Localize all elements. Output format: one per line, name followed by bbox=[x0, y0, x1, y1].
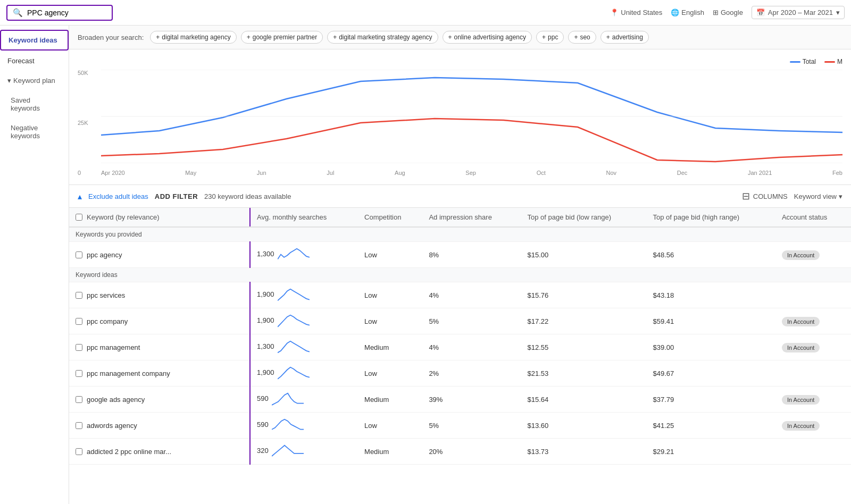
table-header-row: Keyword (by relevance) Avg. monthly sear… bbox=[69, 208, 851, 227]
broaden-chip-4[interactable]: +ppc bbox=[536, 31, 564, 44]
account-status-cell bbox=[775, 439, 851, 465]
x-label-may: May bbox=[185, 170, 196, 176]
bid-low-cell: $13.60 bbox=[521, 413, 647, 439]
competition-value: Medium bbox=[364, 343, 389, 351]
th-bid-low: Top of page bid (low range) bbox=[521, 208, 647, 227]
network-icon: ⊞ bbox=[713, 9, 719, 16]
row-checkbox[interactable] bbox=[76, 396, 82, 403]
x-label-nov: Nov bbox=[606, 170, 616, 176]
bid-high-cell: $41.25 bbox=[646, 413, 775, 439]
keyword-text: addicted 2 ppc online mar... bbox=[87, 448, 171, 456]
chart-x-labels: Apr 2020 May Jun Jul Aug Sep Oct Nov Dec… bbox=[101, 170, 842, 176]
th-keyword-label: Keyword (by relevance) bbox=[87, 213, 160, 221]
sidebar-item-saved-keywords[interactable]: Saved keywords bbox=[0, 91, 69, 117]
bid-high-value: $59.41 bbox=[653, 317, 674, 325]
sidebar-item-keyword-plan-label: Keyword plan bbox=[13, 77, 55, 85]
date-range-selector[interactable]: 📅 Apr 2020 – Mar 2021 ▾ bbox=[752, 6, 845, 19]
keyword-view-button[interactable]: Keyword view ▾ bbox=[794, 192, 842, 200]
search-box[interactable]: 🔍 bbox=[6, 5, 113, 21]
sidebar-item-forecast[interactable]: Forecast bbox=[0, 52, 69, 70]
avg-searches-cell: 1,300 bbox=[250, 242, 358, 268]
plus-icon: + bbox=[542, 33, 546, 41]
ad-impression-cell: 5% bbox=[422, 308, 521, 334]
sparkline bbox=[278, 314, 310, 329]
y-label-0: 0 bbox=[78, 170, 99, 176]
search-input[interactable] bbox=[27, 9, 107, 17]
row-checkbox[interactable] bbox=[76, 344, 82, 351]
language-selector[interactable]: 🌐 English bbox=[671, 9, 704, 16]
keyword-text: ppc management company bbox=[87, 369, 170, 377]
row-checkbox[interactable] bbox=[76, 370, 82, 377]
keyword-text: ppc services bbox=[87, 291, 125, 299]
sparkline bbox=[278, 288, 310, 303]
bid-high-value: $43.18 bbox=[653, 291, 674, 299]
table-row: google ads agency 590Medium39%$15.64$37.… bbox=[69, 387, 851, 413]
broaden-chip-1[interactable]: +google premier partner bbox=[241, 31, 323, 44]
sparkline bbox=[278, 247, 310, 262]
sidebar-item-keyword-plan[interactable]: ▾ Keyword plan bbox=[0, 71, 69, 90]
columns-button[interactable]: ⊟ COLUMNS bbox=[742, 190, 788, 202]
keyword-count: 230 keyword ideas available bbox=[204, 192, 291, 200]
row-checkbox[interactable] bbox=[76, 251, 82, 258]
ad-impression-value: 4% bbox=[429, 343, 439, 351]
competition-value: Low bbox=[364, 251, 377, 259]
exclude-adult-ideas-link[interactable]: Exclude adult ideas bbox=[88, 192, 148, 200]
bid-low-value: $17.22 bbox=[528, 317, 549, 325]
x-label-jun: Jun bbox=[257, 170, 266, 176]
keyword-cell-0: ppc agency bbox=[69, 242, 250, 268]
broaden-chip-5[interactable]: +seo bbox=[568, 31, 596, 44]
broaden-chip-2[interactable]: +digital marketing strategy agency bbox=[327, 31, 438, 44]
broaden-chip-3[interactable]: +online advertising agency bbox=[443, 31, 532, 44]
row-checkbox[interactable] bbox=[76, 422, 82, 429]
sidebar-item-keyword-ideas[interactable]: Keyword ideas bbox=[0, 30, 69, 51]
competition-cell: Low bbox=[358, 360, 422, 387]
network-selector[interactable]: ⊞ Google bbox=[713, 9, 743, 16]
keyword-cell-2: ppc management bbox=[69, 334, 250, 360]
chart-area bbox=[101, 70, 842, 163]
competition-value: Low bbox=[364, 369, 377, 377]
competition-cell: Low bbox=[358, 413, 422, 439]
competition-cell: Medium bbox=[358, 334, 422, 360]
legend-total-dot bbox=[790, 61, 800, 63]
broaden-chip-6[interactable]: +advertising bbox=[600, 31, 649, 44]
ad-impression-cell: 4% bbox=[422, 282, 521, 308]
broaden-chip-0[interactable]: +digital marketing agency bbox=[150, 31, 236, 44]
bid-low-value: $13.60 bbox=[528, 422, 549, 430]
sparkline bbox=[278, 366, 310, 381]
account-status-cell bbox=[775, 282, 851, 308]
bid-high-value: $41.25 bbox=[653, 422, 674, 430]
add-filter-button[interactable]: ADD FILTER bbox=[155, 192, 198, 200]
x-label-apr: Apr 2020 bbox=[101, 170, 125, 176]
filter-icon: ▴ bbox=[78, 191, 82, 201]
bid-high-cell: $59.41 bbox=[646, 308, 775, 334]
x-label-jul: Jul bbox=[327, 170, 334, 176]
sidebar-item-negative-keywords[interactable]: Negative keywords bbox=[0, 119, 69, 145]
keyword-cell-5: adwords agency bbox=[69, 413, 250, 439]
bid-low-value: $15.64 bbox=[528, 396, 549, 404]
row-checkbox[interactable] bbox=[76, 292, 82, 299]
keyword-text: ppc company bbox=[87, 317, 128, 325]
ad-impression-value: 5% bbox=[429, 317, 439, 325]
location-pin-icon: 📍 bbox=[610, 9, 619, 16]
ad-impression-value: 8% bbox=[429, 251, 439, 259]
chart-section: Total M 50K 25K 0 bbox=[69, 49, 851, 185]
th-account-status: Account status bbox=[775, 208, 851, 227]
account-status-cell: In Account bbox=[775, 387, 851, 413]
account-status-cell: In Account bbox=[775, 413, 851, 439]
y-label-50k: 50K bbox=[78, 70, 99, 76]
bid-high-cell: $49.67 bbox=[646, 360, 775, 387]
keyword-cell-1: ppc company bbox=[69, 308, 250, 334]
keyword-view-label: Keyword view bbox=[794, 192, 837, 200]
plus-icon: + bbox=[247, 33, 251, 41]
avg-searches-value: 1,900 bbox=[257, 316, 274, 324]
keyword-cell-6: addicted 2 ppc online mar... bbox=[69, 439, 250, 465]
broaden-bar: Broaden your search: +digital marketing … bbox=[69, 26, 851, 49]
th-keyword: Keyword (by relevance) bbox=[69, 208, 250, 227]
location-selector[interactable]: 📍 United States bbox=[610, 9, 662, 16]
row-checkbox[interactable] bbox=[76, 448, 82, 455]
in-account-badge: In Account bbox=[782, 317, 820, 326]
account-status-cell bbox=[775, 360, 851, 387]
row-checkbox[interactable] bbox=[76, 318, 82, 325]
competition-cell: Medium bbox=[358, 387, 422, 413]
select-all-checkbox[interactable] bbox=[76, 214, 82, 221]
